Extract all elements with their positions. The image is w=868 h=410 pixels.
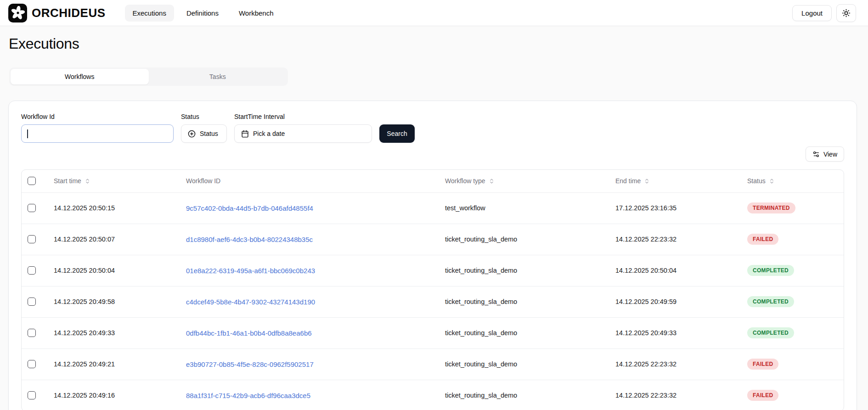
status-badge: COMPLETED xyxy=(747,296,794,307)
status-filter-label: Status xyxy=(181,113,227,120)
nav-item-executions[interactable]: Executions xyxy=(125,5,174,22)
table-header-row: Start time Workflow ID Workflow type xyxy=(22,170,844,192)
end-time-cell: 14.12.2025 20:49:59 xyxy=(608,286,740,317)
table-row: 14.12.2025 20:50:07 d1c8980f-aef6-4dc3-b… xyxy=(22,224,844,255)
workflow-type-cell: ticket_routing_sla_demo xyxy=(438,380,608,410)
workflow-type-cell: ticket_routing_sla_demo xyxy=(438,348,608,380)
sort-chevrons-icon xyxy=(644,178,650,184)
workflow-id-link[interactable]: 9c57c402-0bda-44d5-b7db-046afd4855f4 xyxy=(186,204,313,212)
end-time-cell: 17.12.2025 23:16:35 xyxy=(608,192,740,224)
status-badge: FAILED xyxy=(747,359,778,370)
filter-bar: Workflow Id Status Status StartTime Inte… xyxy=(21,113,844,143)
text-caret xyxy=(27,129,28,138)
status-badge: COMPLETED xyxy=(747,327,794,338)
column-header-start-time[interactable]: Start time xyxy=(54,177,90,185)
column-header-workflow-type[interactable]: Workflow type xyxy=(445,177,495,185)
row-checkbox[interactable] xyxy=(28,235,36,243)
top-navigation-bar: ORCHIDEUS Executions Definitions Workben… xyxy=(0,0,868,26)
sort-chevrons-icon xyxy=(489,178,495,184)
circle-plus-icon xyxy=(188,130,196,138)
end-time-cell: 14.12.2025 22:23:32 xyxy=(608,380,740,410)
table-body: 14.12.2025 20:50:15 9c57c402-0bda-44d5-b… xyxy=(22,192,844,410)
settings-sliders-icon xyxy=(812,151,820,158)
column-header-status[interactable]: Status xyxy=(747,177,775,185)
start-time-cell: 14.12.2025 20:49:58 xyxy=(46,286,179,317)
workflow-type-cell: ticket_routing_sla_demo xyxy=(438,317,608,348)
workflow-id-label: Workflow Id xyxy=(21,113,174,120)
calendar-icon xyxy=(241,130,249,138)
workflow-type-cell: ticket_routing_sla_demo xyxy=(438,224,608,255)
starttime-interval-label: StartTime Interval xyxy=(234,113,372,120)
workflow-id-link[interactable]: 88a1f31f-c715-42b9-acb6-df96caa3dce5 xyxy=(186,392,310,399)
logout-button[interactable]: Logout xyxy=(792,5,832,21)
executions-table: Start time Workflow ID Workflow type xyxy=(21,169,844,410)
table-row: 14.12.2025 20:49:21 e3b90727-0b85-4f5e-8… xyxy=(22,348,844,380)
workflow-type-cell: ticket_routing_sla_demo xyxy=(438,255,608,286)
sort-chevrons-icon xyxy=(85,178,90,184)
date-picker-button[interactable]: Pick a date xyxy=(234,124,372,143)
orchid-flower-icon xyxy=(11,6,25,20)
row-checkbox[interactable] xyxy=(28,391,36,399)
workflow-id-link[interactable]: d1c8980f-aef6-4dc3-b0b4-80224348b35c xyxy=(186,236,313,243)
status-badge: FAILED xyxy=(747,390,778,401)
workflow-id-link[interactable]: e3b90727-0b85-4f5e-828c-0962f5902517 xyxy=(186,360,314,368)
workflow-id-link[interactable]: 01e8a222-6319-495a-a6f1-bbc069c0b243 xyxy=(186,267,315,275)
table-row: 14.12.2025 20:50:15 9c57c402-0bda-44d5-b… xyxy=(22,192,844,224)
end-time-cell: 14.12.2025 20:50:04 xyxy=(608,255,740,286)
workflow-id-link[interactable]: c4dcef49-5b8e-4b47-9302-43274143d190 xyxy=(186,298,315,306)
page-title: Executions xyxy=(9,35,868,52)
end-time-cell: 14.12.2025 22:23:32 xyxy=(608,348,740,380)
select-all-checkbox[interactable] xyxy=(28,177,36,185)
row-checkbox[interactable] xyxy=(28,266,36,275)
row-checkbox[interactable] xyxy=(28,298,36,306)
sun-icon xyxy=(842,9,851,17)
tab-workflows[interactable]: Workflows xyxy=(11,69,149,84)
workflow-type-cell: test_workflow xyxy=(438,192,608,224)
start-time-cell: 14.12.2025 20:49:33 xyxy=(46,317,179,348)
workflow-id-input[interactable] xyxy=(21,124,174,143)
tab-tasks[interactable]: Tasks xyxy=(149,69,287,84)
start-time-cell: 14.12.2025 20:50:04 xyxy=(46,255,179,286)
workflow-type-cell: ticket_routing_sla_demo xyxy=(438,286,608,317)
start-time-cell: 14.12.2025 20:49:21 xyxy=(46,348,179,380)
table-row: 14.12.2025 20:49:16 88a1f31f-c715-42b9-a… xyxy=(22,380,844,410)
row-checkbox[interactable] xyxy=(28,329,36,337)
main-nav: Executions Definitions Workbench xyxy=(125,5,282,22)
start-time-cell: 14.12.2025 20:49:16 xyxy=(46,380,179,410)
status-filter-button[interactable]: Status xyxy=(181,124,227,143)
end-time-cell: 14.12.2025 20:49:33 xyxy=(608,317,740,348)
search-button[interactable]: Search xyxy=(379,124,415,143)
brand-name: ORCHIDEUS xyxy=(32,6,106,20)
nav-item-workbench[interactable]: Workbench xyxy=(231,5,282,22)
table-row: 14.12.2025 20:50:04 01e8a222-6319-495a-a… xyxy=(22,255,844,286)
end-time-cell: 14.12.2025 22:23:32 xyxy=(608,224,740,255)
sort-chevrons-icon xyxy=(769,178,775,184)
column-header-end-time[interactable]: End time xyxy=(615,177,650,185)
status-badge: COMPLETED xyxy=(747,265,794,276)
workflow-id-link[interactable]: 0dfb44bc-1fb1-46a1-b0b4-0dfb8a8ea6b6 xyxy=(186,329,312,337)
row-checkbox[interactable] xyxy=(28,204,36,212)
table-row: 14.12.2025 20:49:58 c4dcef49-5b8e-4b47-9… xyxy=(22,286,844,317)
status-badge: TERMINATED xyxy=(747,202,795,213)
orchideus-logo xyxy=(8,4,27,22)
column-header-workflow-id[interactable]: Workflow ID xyxy=(186,177,220,185)
view-options-button[interactable]: View xyxy=(806,146,844,162)
start-time-cell: 14.12.2025 20:50:07 xyxy=(46,224,179,255)
start-time-cell: 14.12.2025 20:50:15 xyxy=(46,192,179,224)
status-badge: FAILED xyxy=(747,234,778,245)
table-row: 14.12.2025 20:49:33 0dfb44bc-1fb1-46a1-b… xyxy=(22,317,844,348)
executions-tabs: Workflows Tasks xyxy=(9,67,288,86)
row-checkbox[interactable] xyxy=(28,360,36,368)
nav-item-definitions[interactable]: Definitions xyxy=(179,5,226,22)
theme-toggle-button[interactable] xyxy=(836,4,856,22)
executions-card: Workflow Id Status Status StartTime Inte… xyxy=(8,101,857,410)
